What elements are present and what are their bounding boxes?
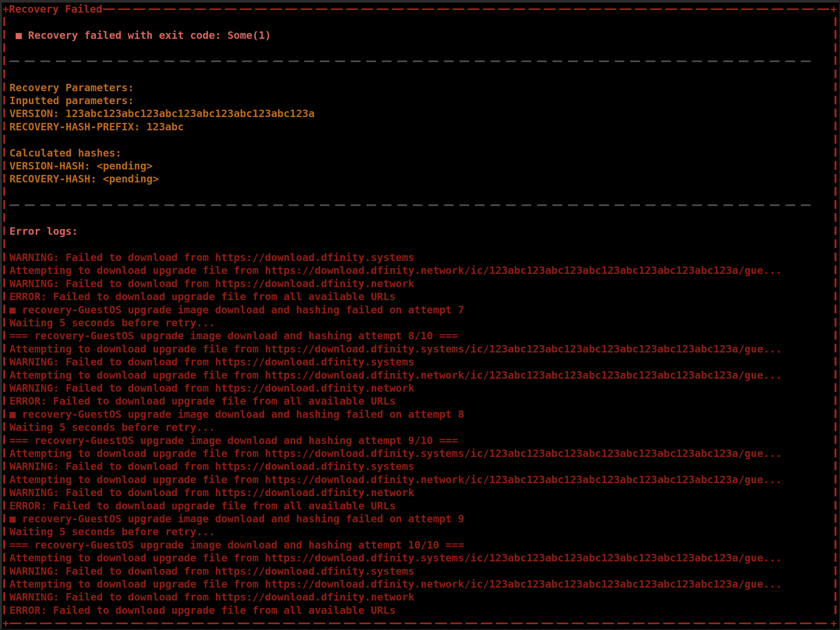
blank-line <box>2 133 837 146</box>
version-hash-line: VERSION-HASH: <pending> <box>2 159 837 172</box>
separator-line <box>2 199 837 212</box>
recovery-parameters-heading: Recovery Parameters: <box>2 81 837 94</box>
log-line: === recovery-GuestOS upgrade image downl… <box>2 434 837 447</box>
dialog-corner-bottom-left: + <box>3 617 9 629</box>
separator-dashes <box>9 60 815 62</box>
blank-line <box>2 68 837 81</box>
log-line: ■ recovery-GuestOS upgrade image downloa… <box>2 303 837 316</box>
separator-line <box>2 55 837 68</box>
terminal-rows: +Recovery Failed+ ■ Recovery failed with… <box>2 3 837 630</box>
failure-message: ■ Recovery failed with exit code: Some(1… <box>2 29 837 42</box>
log-line: Attempting to download upgrade file from… <box>2 578 837 591</box>
separator-dashes <box>9 204 815 206</box>
blank-line <box>2 212 837 225</box>
log-line: WARNING: Failed to download from https:/… <box>2 564 837 577</box>
terminal-screen: +Recovery Failed+ ■ Recovery failed with… <box>0 0 840 630</box>
blank-line <box>2 16 837 28</box>
log-line: Attempting to download upgrade file from… <box>2 473 837 486</box>
log-line: ERROR: Failed to download upgrade file f… <box>2 604 837 617</box>
log-line: WARNING: Failed to download from https:/… <box>2 460 837 473</box>
window-frame-top <box>0 0 840 3</box>
log-line: Attempting to download upgrade file from… <box>2 343 837 355</box>
version-line: VERSION: 123abc123abc123abc123abc123abc1… <box>2 107 837 120</box>
blank-line <box>2 42 837 55</box>
recovery-hash-line: RECOVERY-HASH: <pending> <box>2 172 837 185</box>
log-line: WARNING: Failed to download from https:/… <box>2 486 837 499</box>
log-line: ERROR: Failed to download upgrade file f… <box>2 499 837 512</box>
log-line: ■ recovery-GuestOS upgrade image downloa… <box>2 408 837 421</box>
log-line: === recovery-GuestOS upgrade image downl… <box>2 329 837 342</box>
log-line: Attempting to download upgrade file from… <box>2 264 837 277</box>
dialog-top-border: +Recovery Failed+ <box>2 3 837 16</box>
log-line: Waiting 5 seconds before retry... <box>2 421 837 434</box>
blank-line <box>2 186 837 199</box>
dialog-corner-bottom-right: + <box>831 617 837 629</box>
log-line: ■ recovery-GuestOS upgrade image downloa… <box>2 512 837 525</box>
log-line: WARNING: Failed to download from https:/… <box>2 591 837 603</box>
dialog-corner-top-left: + <box>3 3 9 15</box>
log-line: Waiting 5 seconds before retry... <box>2 316 837 329</box>
recovery-hash-prefix-line: RECOVERY-HASH-PREFIX: 123abc <box>2 120 837 133</box>
error-logs-heading: Error logs: <box>2 225 837 238</box>
log-line: Attempting to download upgrade file from… <box>2 551 837 564</box>
dialog-title: Recovery Failed <box>9 3 102 15</box>
dialog-border-right <box>835 17 837 616</box>
dialog-border-left <box>3 17 5 616</box>
blank-line <box>2 238 837 251</box>
log-line: ERROR: Failed to download upgrade file f… <box>2 395 837 407</box>
log-line: Attempting to download upgrade file from… <box>2 368 837 381</box>
log-line: Waiting 5 seconds before retry... <box>2 525 837 538</box>
log-line: Attempting to download upgrade file from… <box>2 447 837 460</box>
recovery-failed-dialog: +Recovery Failed+ ■ Recovery failed with… <box>2 3 837 629</box>
log-line: ERROR: Failed to download upgrade file f… <box>2 290 837 303</box>
log-line: WARNING: Failed to download from https:/… <box>2 251 837 264</box>
dialog-border-top-dashes <box>103 8 829 10</box>
calculated-hashes-heading: Calculated hashes: <box>2 146 837 159</box>
log-line: WARNING: Failed to download from https:/… <box>2 355 837 368</box>
log-line: WARNING: Failed to download from https:/… <box>2 277 837 290</box>
dialog-bottom-border: ++ <box>2 617 837 630</box>
log-line: === recovery-GuestOS upgrade image downl… <box>2 538 837 551</box>
log-line: WARNING: Failed to download from https:/… <box>2 382 837 395</box>
inputted-parameters-heading: Inputted parameters: <box>2 94 837 107</box>
dialog-corner-top-right: + <box>831 3 837 15</box>
dialog-border-bottom-dashes <box>10 622 829 624</box>
